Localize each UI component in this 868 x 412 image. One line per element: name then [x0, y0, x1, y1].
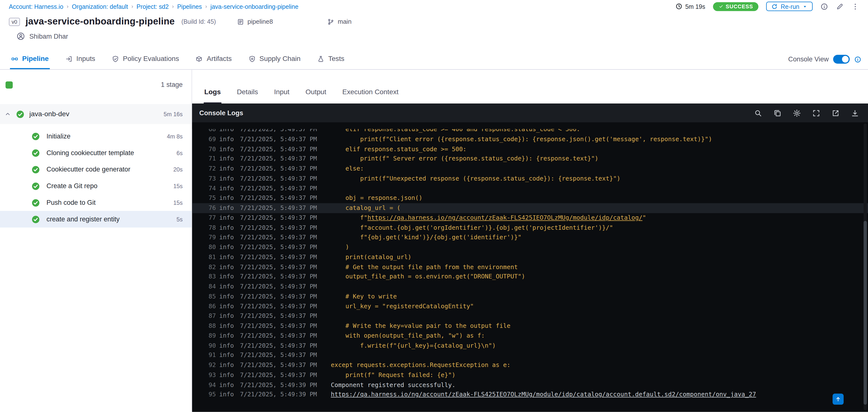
detail-tabs: LogsDetailsInputOutputExecution Context [192, 70, 868, 103]
log-level: info [219, 341, 234, 351]
scrollbar-thumb[interactable] [864, 221, 867, 404]
log-row: 74info7/21/2025, 5:49:37 PM [192, 184, 868, 193]
log-level: info [219, 174, 234, 184]
stage-status-square-icon [6, 81, 13, 88]
tab-label: Artifacts [207, 55, 232, 63]
inputs-icon [65, 55, 72, 62]
artifacts-icon [196, 55, 203, 62]
more-options-icon[interactable] [851, 2, 859, 10]
tab-pipeline[interactable]: Pipeline [10, 49, 50, 69]
detail-tab-input[interactable]: Input [274, 88, 290, 103]
fullscreen-icon[interactable] [812, 109, 820, 117]
edit-icon[interactable] [836, 2, 844, 10]
step-row-initialize[interactable]: Initialize4m 8s [0, 128, 191, 145]
main-panel: LogsDetailsInputOutputExecution Context … [192, 70, 868, 412]
detail-tab-logs[interactable]: Logs [204, 88, 221, 103]
log-row: 91info7/21/2025, 5:49:37 PM [192, 351, 868, 360]
log-timestamp: 7/21/2025, 5:49:37 PM [240, 164, 317, 174]
stage-name: java-onb-dev [29, 110, 69, 118]
stage-header[interactable]: java-onb-dev 5m 16s [0, 104, 191, 124]
step-success-icon [32, 165, 40, 173]
log-level: info [219, 272, 234, 282]
scroll-to-top-button[interactable] [833, 394, 843, 405]
tab-artifacts[interactable]: Artifacts [194, 49, 232, 69]
log-text: " [643, 214, 646, 221]
breadcrumb-item-pipelines[interactable]: Pipelines [177, 3, 202, 9]
search-icon[interactable] [754, 109, 762, 117]
log-timestamp: 7/21/2025, 5:49:37 PM [240, 184, 317, 193]
tab-label: Policy Evaluations [123, 55, 179, 63]
step-row-cloning-cookiecutter-template[interactable]: Cloning cookiecutter template6s [0, 145, 191, 161]
step-row-cookiecutter-code-generator[interactable]: Cookiecutter code generator20s [0, 161, 191, 178]
log-line-number: 90 [192, 341, 216, 351]
breadcrumb-item-organization-default[interactable]: Organization: default [72, 3, 128, 9]
log-message: print(f" Server error ({response.status_… [331, 154, 598, 164]
log-timestamp: 7/21/2025, 5:49:39 PM [240, 390, 317, 400]
open-in-new-icon[interactable] [832, 109, 840, 117]
collapse-chevron-icon[interactable] [4, 111, 11, 118]
step-row-push-code-to-git[interactable]: Push code to Git15s [0, 194, 191, 211]
log-text: f"{obj.get('kind')}/{obj.get('identifier… [331, 234, 521, 241]
log-line-number: 81 [192, 252, 216, 262]
log-row: 76info7/21/2025, 5:49:37 PM catalog_url … [192, 203, 868, 213]
log-line-number: 76 [192, 203, 216, 213]
tab-tests[interactable]: Tests [316, 49, 345, 69]
breadcrumb-item-java-service-onboarding-pipeline[interactable]: java-service-onboarding-pipeline [210, 3, 299, 9]
step-row-create-a-git-repo[interactable]: Create a Git repo15s [0, 178, 191, 194]
log-row: 79info7/21/2025, 5:49:37 PM f"{obj.get('… [192, 233, 868, 243]
log-line-number: 86 [192, 302, 216, 311]
log-level: info [219, 380, 234, 390]
duration-text: 5m 19s [685, 3, 705, 9]
info-icon[interactable] [820, 2, 828, 10]
tab-supply-chain[interactable]: Supply Chain [247, 49, 302, 69]
log-link[interactable]: https://qa.harness.io/ng/account/zEaak-F… [368, 214, 643, 221]
step-duration: 6s [177, 150, 183, 156]
tab-policy-evaluations[interactable]: Policy Evaluations [111, 49, 180, 69]
breadcrumb-item-account-harness-io[interactable]: Account: Harness.io [9, 3, 63, 9]
breadcrumb-item-project-sd2[interactable]: Project: sd2 [136, 3, 168, 9]
log-row: 73info7/21/2025, 5:49:37 PM print(f"Unex… [192, 174, 868, 184]
build-id: (Build Id: 45) [181, 18, 216, 25]
log-message: ) [331, 243, 349, 252]
tab-inputs[interactable]: Inputs [64, 49, 96, 69]
clock-icon [675, 3, 682, 10]
tests-icon [317, 55, 324, 62]
console-view-info-icon[interactable] [854, 56, 861, 63]
detail-tab-details[interactable]: Details [236, 88, 258, 103]
download-icon[interactable] [851, 109, 859, 117]
log-line-number: 75 [192, 193, 216, 203]
log-timestamp: 7/21/2025, 5:49:37 PM [240, 203, 317, 213]
detail-tab-output[interactable]: Output [305, 88, 327, 103]
pipeline-icon [11, 55, 18, 62]
console-panel: Console Logs 68info7/21/2025, 5:49:37 PM… [192, 103, 868, 412]
log-timestamp: 7/21/2025, 5:49:37 PM [240, 282, 317, 292]
rerun-button[interactable]: Re-run [767, 2, 813, 11]
log-row: 71info7/21/2025, 5:49:37 PM print(f" Ser… [192, 154, 868, 164]
log-timestamp: 7/21/2025, 5:49:37 PM [240, 370, 317, 380]
copy-icon[interactable] [773, 109, 782, 117]
console-view-toggle[interactable] [833, 55, 850, 64]
log-row: 84info7/21/2025, 5:49:37 PM [192, 282, 868, 292]
log-timestamp: 7/21/2025, 5:49:37 PM [240, 233, 317, 243]
step-row-create-and-register-entity[interactable]: create and register entity5s [0, 211, 191, 227]
log-level: info [219, 203, 234, 213]
log-line-number: 70 [192, 144, 216, 154]
log-level: info [219, 311, 234, 321]
log-line-number: 78 [192, 223, 216, 233]
settings-icon[interactable] [793, 109, 801, 117]
log-rows: 68info7/21/2025, 5:49:37 PM elif respons… [192, 122, 868, 400]
log-link[interactable]: https://qa.harness.io/ng/account/zEaak-F… [331, 391, 756, 398]
log-level: info [219, 233, 234, 243]
supply-chain-icon [248, 55, 255, 62]
caret-down-icon [802, 4, 808, 9]
step-duration: 15s [173, 199, 183, 206]
app: Account: Harness.io›Organization: defaul… [0, 0, 868, 412]
log-line-number: 85 [192, 292, 216, 302]
log-row: 86info7/21/2025, 5:49:37 PM url_key = "r… [192, 302, 868, 311]
console-scrollbar[interactable] [864, 124, 867, 411]
log-text: # Get the output file path from the envi… [331, 263, 518, 271]
detail-tab-execution-context[interactable]: Execution Context [342, 88, 399, 103]
log-line-number: 91 [192, 351, 216, 360]
log-message: # Write the key=value pair to the output… [331, 321, 510, 331]
log-message: Component registered successfully. [331, 380, 456, 390]
